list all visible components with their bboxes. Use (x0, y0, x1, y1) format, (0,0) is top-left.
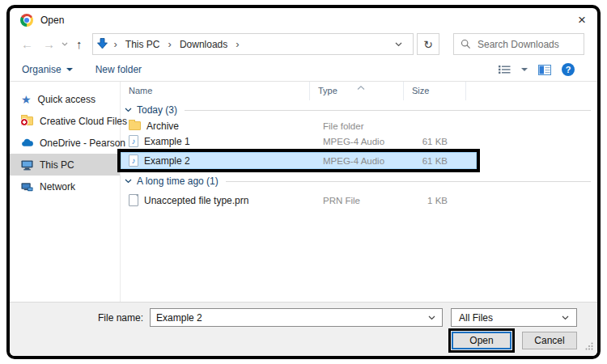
column-header-size[interactable]: Size (404, 82, 466, 100)
file-name-input[interactable] (156, 312, 428, 324)
breadcrumb-this-pc[interactable]: This PC (124, 39, 162, 50)
new-folder-button[interactable]: New folder (96, 64, 142, 75)
organise-menu-button[interactable]: Organise (22, 64, 73, 75)
chrome-logo-icon (20, 14, 33, 27)
up-icon[interactable]: ↑ (76, 38, 83, 50)
file-row-example-1[interactable]: Example 1 MPEG-4 Audio 61 KB (121, 133, 477, 149)
chevron-down-icon (562, 315, 569, 320)
refresh-button[interactable]: ↻ (417, 33, 439, 55)
sidebar-item-label: This PC (40, 159, 74, 171)
file-size: 61 KB (415, 137, 461, 146)
sidebar-item-onedrive[interactable]: OneDrive - Pearson P (10, 132, 120, 154)
file-type: MPEG-4 Audio (323, 137, 415, 146)
file-type: File folder (323, 121, 415, 131)
breadcrumb[interactable]: › This PC › Downloads › (92, 33, 414, 55)
recent-locations-chevron-icon[interactable] (62, 42, 68, 46)
audio-file-icon (129, 154, 138, 167)
file-list-pane: Name Type Size Today (3) Archive Fil (121, 82, 597, 302)
group-header-today[interactable]: Today (3) (121, 102, 597, 118)
chevron-down-icon[interactable] (428, 315, 435, 320)
folder-icon (129, 121, 141, 130)
group-divider (226, 181, 591, 182)
navigation-bar: ← → ↑ › This PC › Downloads › ↻ (10, 30, 597, 58)
file-type-value: All Files (459, 312, 493, 324)
navigation-sidebar: ★ Quick access Creative Cloud Files OneD… (10, 82, 121, 302)
breadcrumb-downloads[interactable]: Downloads (178, 39, 229, 50)
cancel-button[interactable]: Cancel (522, 332, 577, 349)
window-title: Open (40, 15, 64, 26)
preview-pane-icon[interactable] (538, 65, 551, 75)
file-row-archive[interactable]: Archive File folder (121, 118, 477, 133)
group-header-long-time-ago[interactable]: A long time ago (1) (121, 173, 597, 189)
file-size: 61 KB (415, 156, 461, 166)
file-name: Example 1 (144, 136, 190, 147)
group-divider (185, 110, 591, 111)
sidebar-item-quick-access[interactable]: ★ Quick access (10, 88, 120, 110)
file-name-label: File name: (98, 312, 143, 324)
breadcrumb-separator: › (166, 38, 174, 50)
sidebar-item-network[interactable]: Network (10, 176, 120, 197)
close-icon[interactable]: × (578, 13, 586, 27)
content-area: ★ Quick access Creative Cloud Files OneD… (10, 82, 597, 302)
new-folder-label: New folder (96, 64, 142, 75)
view-mode-icon[interactable] (499, 65, 511, 74)
sidebar-item-label: Creative Cloud Files (40, 116, 127, 127)
file-name: Unaccepted file type.prn (144, 195, 248, 206)
file-name-combobox[interactable] (150, 308, 443, 327)
search-input[interactable] (478, 39, 577, 50)
onedrive-cloud-icon (21, 138, 33, 147)
downloads-arrow-icon (97, 38, 108, 50)
star-icon: ★ (21, 94, 32, 105)
breadcrumb-separator: › (112, 38, 120, 50)
resize-grip[interactable] (585, 341, 593, 353)
audio-file-icon (129, 135, 138, 147)
column-headers: Name Type Size (121, 82, 597, 100)
open-file-dialog: Open × ← → ↑ › This PC › Downloads › ↻ (6, 5, 601, 359)
chevron-down-icon (66, 68, 73, 71)
chevron-down-icon (125, 108, 132, 112)
search-box[interactable] (453, 33, 584, 55)
help-icon[interactable]: ? (562, 63, 575, 76)
command-toolbar: Organise New folder ? (10, 58, 597, 82)
breadcrumb-separator: › (233, 38, 241, 50)
forward-icon[interactable]: → (43, 38, 55, 50)
document-icon (129, 194, 138, 206)
creative-cloud-folder-icon (21, 116, 33, 125)
file-size: 1 KB (415, 196, 461, 205)
dialog-footer: File name: All Files Open Cancel (10, 302, 597, 356)
file-type-select[interactable]: All Files (451, 308, 577, 327)
file-type: PRN File (323, 196, 415, 205)
open-button[interactable]: Open (452, 332, 511, 349)
group-label: Today (3) (137, 104, 177, 116)
search-icon (461, 39, 471, 49)
chevron-down-icon (125, 179, 132, 184)
sidebar-item-creative-cloud[interactable]: Creative Cloud Files (10, 110, 120, 132)
sidebar-item-label: Quick access (38, 94, 96, 105)
column-header-name[interactable]: Name (121, 82, 310, 100)
sort-ascending-icon (357, 82, 365, 91)
view-mode-chevron-icon[interactable] (521, 68, 528, 71)
open-button-annotation: Open (448, 328, 515, 353)
file-name: Example 2 (144, 155, 190, 167)
back-icon[interactable]: ← (21, 38, 33, 50)
computer-icon (21, 159, 33, 171)
file-name: Archive (146, 121, 179, 132)
group-label: A long time ago (1) (137, 176, 219, 187)
sidebar-item-this-pc[interactable]: This PC (10, 154, 120, 176)
file-type: MPEG-4 Audio (323, 156, 415, 166)
file-row-unaccepted[interactable]: Unaccepted file type.prn PRN File 1 KB (121, 193, 477, 208)
sidebar-item-label: Network (40, 181, 75, 193)
refresh-icon: ↻ (423, 38, 433, 51)
organise-label: Organise (22, 64, 62, 75)
address-dropdown-chevron-icon[interactable] (395, 42, 402, 47)
file-row-example-2-selected[interactable]: Example 2 MPEG-4 Audio 61 KB (121, 152, 477, 169)
title-bar: Open × (10, 8, 597, 30)
network-icon (21, 181, 33, 193)
